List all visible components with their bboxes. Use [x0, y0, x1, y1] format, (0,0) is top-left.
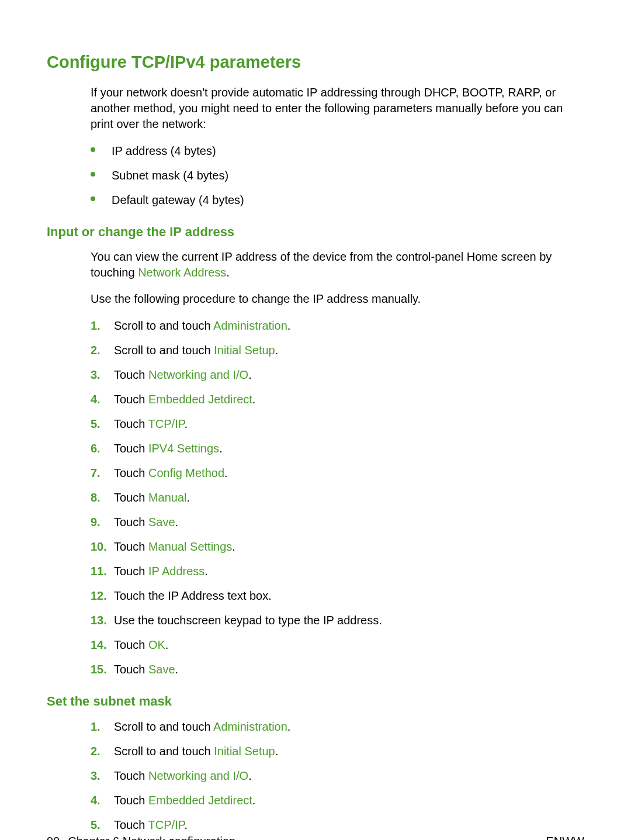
bullet-default-gateway: Default gateway (4 bytes)	[91, 192, 584, 208]
parameter-bullet-list: IP address (4 bytes) Subnet mask (4 byte…	[91, 143, 584, 208]
menu-save: Save	[148, 516, 175, 528]
step-number: 8.	[91, 489, 109, 506]
text: Touch	[114, 818, 148, 831]
text: .	[252, 393, 256, 406]
step-11: 11.Touch IP Address.	[91, 563, 584, 579]
document-page: Configure TCP/IPv4 parameters If your ne…	[0, 0, 631, 840]
bullet-dot-icon	[91, 147, 95, 152]
text: Use the touchscreen keypad to type the I…	[114, 614, 382, 627]
step-number: 9.	[91, 514, 109, 530]
menu-ipv4-settings: IPV4 Settings	[148, 442, 219, 455]
text: Touch	[114, 417, 148, 430]
text: Touch	[114, 638, 148, 651]
bullet-dot-icon	[91, 172, 95, 177]
text: .	[275, 344, 279, 357]
text: Scroll to and touch	[114, 720, 213, 733]
heading-configure-tcpip: Configure TCP/IPv4 parameters	[47, 53, 584, 72]
text: Touch	[114, 540, 148, 553]
menu-config-method: Config Method	[148, 466, 224, 479]
menu-ip-address: IP Address	[148, 565, 204, 578]
step-number: 5.	[91, 416, 109, 432]
text: .	[252, 794, 256, 807]
step-number: 14.	[91, 637, 109, 653]
ip-view-paragraph: You can view the current IP address of t…	[91, 249, 584, 281]
text: Touch	[114, 794, 148, 807]
text: .	[287, 319, 291, 332]
heading-input-or-change-ip: Input or change the IP address	[47, 224, 584, 240]
menu-embedded-jetdirect: Embedded Jetdirect	[148, 393, 252, 406]
text: .	[275, 745, 279, 758]
text: Touch	[114, 466, 148, 479]
step-number: 12.	[91, 587, 109, 604]
text: .	[224, 466, 228, 479]
subnet-section: 1.Scroll to and touch Administration. 2.…	[91, 718, 584, 833]
step-number: 15.	[91, 661, 109, 677]
footer-left: 90 Chapter 6 Network configuration	[47, 835, 235, 840]
bullet-text: Default gateway (4 bytes)	[112, 193, 244, 206]
chapter-label: Chapter 6 Network configuration	[68, 835, 235, 840]
menu-tcpip: TCP/IP	[148, 818, 185, 831]
menu-manual-settings: Manual Settings	[148, 540, 232, 553]
text: .	[248, 368, 252, 381]
step-number: 3.	[91, 768, 109, 784]
menu-save: Save	[148, 663, 175, 676]
subnet-step-1: 1.Scroll to and touch Administration.	[91, 718, 584, 735]
intro-paragraph: If your network doesn't provide automati…	[91, 85, 584, 132]
step-6: 6.Touch IPV4 Settings.	[91, 440, 584, 457]
step-number: 1.	[91, 317, 109, 334]
step-number: 4.	[91, 792, 109, 808]
step-number: 2.	[91, 743, 109, 759]
text: .	[165, 638, 169, 651]
bullet-dot-icon	[91, 196, 95, 201]
menu-embedded-jetdirect: Embedded Jetdirect	[148, 794, 252, 807]
footer-right: ENWW	[546, 835, 584, 840]
step-number: 3.	[91, 367, 109, 383]
intro-block: If your network doesn't provide automati…	[91, 85, 584, 208]
text: Scroll to and touch	[114, 745, 214, 758]
subnet-step-4: 4.Touch Embedded Jetdirect.	[91, 792, 584, 808]
text: Touch	[114, 769, 148, 782]
text: .	[187, 491, 190, 504]
ip-section: You can view the current IP address of t…	[91, 249, 584, 677]
step-number: 4.	[91, 391, 109, 407]
text: Touch	[114, 368, 148, 381]
step-12: 12.Touch the IP Address text box.	[91, 587, 584, 604]
step-1: 1.Scroll to and touch Administration.	[91, 317, 584, 334]
subnet-step-2: 2.Scroll to and touch Initial Setup.	[91, 743, 584, 759]
text: Touch	[114, 663, 148, 676]
text: .	[175, 516, 179, 528]
text: Touch	[114, 442, 148, 455]
text: .	[226, 266, 230, 279]
ip-procedure-intro: Use the following procedure to change th…	[91, 291, 584, 307]
heading-set-subnet-mask: Set the subnet mask	[47, 694, 584, 709]
page-number: 90	[47, 835, 60, 840]
text: .	[204, 565, 208, 578]
step-9: 9.Touch Save.	[91, 514, 584, 530]
step-2: 2.Scroll to and touch Initial Setup.	[91, 342, 584, 358]
step-number: 2.	[91, 342, 109, 358]
step-3: 3.Touch Networking and I/O.	[91, 367, 584, 383]
subnet-step-3: 3.Touch Networking and I/O.	[91, 768, 584, 784]
step-number: 13.	[91, 612, 109, 628]
step-4: 4.Touch Embedded Jetdirect.	[91, 391, 584, 407]
step-13: 13.Use the touchscreen keypad to type th…	[91, 612, 584, 628]
menu-administration: Administration	[213, 720, 287, 733]
text: Scroll to and touch	[114, 344, 214, 357]
text: .	[248, 769, 252, 782]
step-number: 1.	[91, 718, 109, 735]
step-10: 10.Touch Manual Settings.	[91, 538, 584, 555]
ip-procedure-list: 1.Scroll to and touch Administration. 2.…	[91, 317, 584, 677]
step-number: 5.	[91, 817, 109, 833]
step-5: 5.Touch TCP/IP.	[91, 416, 584, 432]
step-number: 7.	[91, 465, 109, 481]
text: Touch	[114, 516, 148, 528]
step-number: 6.	[91, 440, 109, 457]
text: Touch	[114, 491, 148, 504]
text: Scroll to and touch	[114, 319, 213, 332]
page-footer: 90 Chapter 6 Network configuration ENWW	[47, 835, 584, 840]
text: Touch the IP Address text box.	[114, 589, 272, 602]
menu-initial-setup: Initial Setup	[214, 344, 275, 357]
bullet-text: Subnet mask (4 bytes)	[112, 169, 228, 182]
menu-networking-io: Networking and I/O	[148, 769, 248, 782]
text: .	[232, 540, 235, 553]
